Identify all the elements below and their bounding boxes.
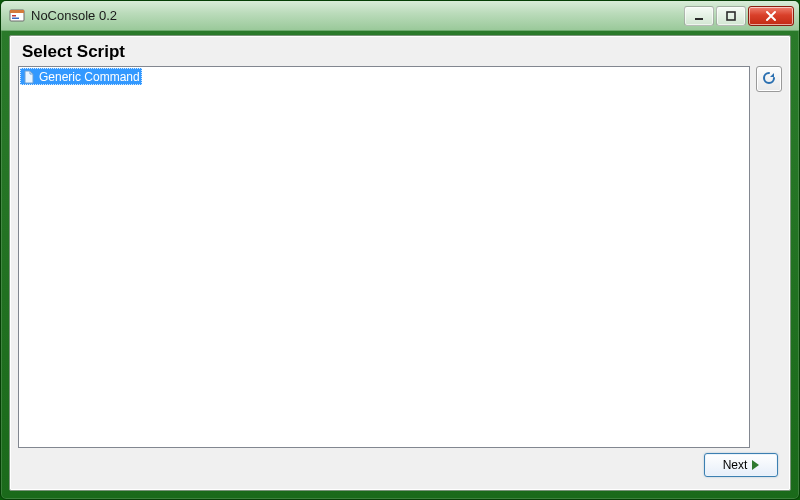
refresh-icon [761,70,777,89]
refresh-button[interactable] [756,66,782,92]
application-window: NoConsole 0.2 Select Script [0,0,800,500]
svg-rect-1 [10,10,24,13]
titlebar[interactable]: NoConsole 0.2 [1,1,799,31]
next-button[interactable]: Next [704,453,778,477]
close-button[interactable] [748,6,794,26]
list-item-label: Generic Command [39,70,140,84]
application-icon [9,8,25,24]
svg-rect-4 [695,18,703,20]
client-area: Select Script Generic Command [9,35,791,491]
minimize-button[interactable] [684,6,714,26]
svg-rect-3 [12,17,19,19]
play-arrow-icon [752,460,759,470]
maximize-button[interactable] [716,6,746,26]
page-heading: Select Script [22,42,782,62]
list-item[interactable]: Generic Command [20,68,142,85]
svg-rect-2 [12,15,16,17]
script-list[interactable]: Generic Command [18,66,750,448]
next-button-label: Next [723,458,748,472]
window-controls [684,6,794,26]
script-file-icon [22,70,36,84]
window-title: NoConsole 0.2 [31,8,684,23]
svg-rect-5 [727,12,735,20]
footer: Next [18,448,782,482]
